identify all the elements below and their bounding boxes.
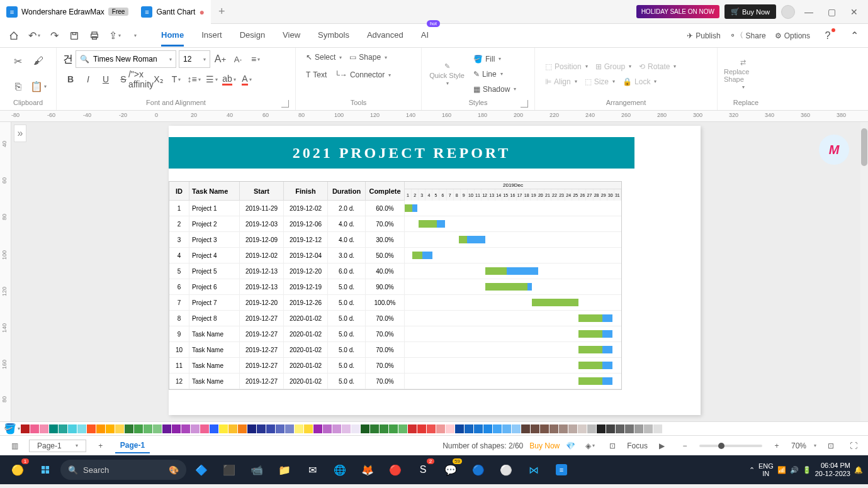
tb-app-2[interactable]: ⬛ xyxy=(217,457,242,482)
rotate-button[interactable]: ⟲Rotate▾ xyxy=(635,60,680,74)
tb-app-1[interactable]: 🔷 xyxy=(189,457,214,482)
pages-icon[interactable]: ▥ xyxy=(6,438,23,454)
align-button2[interactable]: ⊫Align▾ xyxy=(541,75,581,89)
gantt-row[interactable]: 2Project 22019-12-032019-12-064.0 d.70.0… xyxy=(169,216,621,232)
palette-swatch[interactable] xyxy=(474,424,483,433)
layers-button[interactable]: ◈▾ xyxy=(582,438,598,454)
zoom-slider[interactable] xyxy=(699,445,762,447)
gantt-row[interactable]: 1Project 12019-11-292019-12-022.0 d.60.0… xyxy=(169,201,621,216)
palette-swatch[interactable] xyxy=(389,424,398,433)
tb-mail[interactable]: ✉ xyxy=(300,457,325,482)
palette-swatch[interactable] xyxy=(446,424,454,433)
tab-symbols[interactable]: Symbols xyxy=(318,25,349,47)
format-painter-button[interactable]: 🖌 xyxy=(30,53,47,69)
tray-chevron-icon[interactable]: ⌃ xyxy=(749,466,755,474)
palette-swatch[interactable] xyxy=(332,424,341,433)
palette-swatch[interactable] xyxy=(540,424,549,433)
tab-advanced[interactable]: Advanced xyxy=(367,25,403,47)
palette-swatch[interactable] xyxy=(295,424,303,433)
palette-swatch[interactable] xyxy=(172,424,181,433)
tb-whatsapp[interactable]: 💬59 xyxy=(438,457,463,482)
save-button[interactable] xyxy=(65,27,83,45)
palette-swatch[interactable] xyxy=(578,424,587,433)
tb-chrome2[interactable]: 🔵 xyxy=(466,457,491,482)
underline-button[interactable]: U xyxy=(98,72,113,87)
tb-app-4[interactable]: ⚪ xyxy=(493,457,519,482)
palette-swatch[interactable] xyxy=(550,424,558,433)
decrease-font-button[interactable]: A- xyxy=(230,52,245,67)
diamond-icon[interactable]: 💎 xyxy=(566,441,575,450)
line-button[interactable]: ✎Line▾ xyxy=(470,67,520,81)
close-button[interactable]: ✕ xyxy=(845,3,863,21)
palette-swatch[interactable] xyxy=(398,424,407,433)
play-button[interactable]: ▶ xyxy=(654,438,670,454)
scroll-thumb[interactable] xyxy=(861,128,867,166)
palette-swatch[interactable] xyxy=(625,424,634,433)
tab-ai[interactable]: AIhot xyxy=(421,25,429,47)
palette-swatch[interactable] xyxy=(531,424,539,433)
fullscreen-button[interactable]: ⛶ xyxy=(845,438,862,454)
gantt-row[interactable]: 6Project 62019-12-132019-12-195.0 d.90.0… xyxy=(169,279,621,295)
gantt-row[interactable]: 9Task Name2019-12-272020-01-025.0 d.70.0… xyxy=(169,326,621,342)
palette-swatch[interactable] xyxy=(559,424,568,433)
app-tab[interactable]: ≡ Wondershare EdrawMax Free xyxy=(0,0,135,24)
doc-tab[interactable]: ≡ Gantt Chart ● xyxy=(135,0,211,24)
cut-button[interactable]: ✂ xyxy=(10,53,26,69)
buy-now-link[interactable]: Buy Now xyxy=(529,441,560,450)
fill-button[interactable]: 🪣Fill▾ xyxy=(470,52,520,66)
user-avatar[interactable] xyxy=(781,5,795,19)
palette-swatch[interactable] xyxy=(304,424,313,433)
list-button[interactable]: ☰▾ xyxy=(204,72,219,87)
palette-swatch[interactable] xyxy=(285,424,294,433)
select-tool[interactable]: ↖ Select▾ xyxy=(302,50,346,64)
palette-swatch[interactable] xyxy=(455,424,464,433)
focus-button[interactable]: ⊡ xyxy=(604,438,621,454)
tb-app-3[interactable]: 📹 xyxy=(244,457,269,482)
palette-swatch[interactable] xyxy=(427,424,436,433)
palette-swatch[interactable] xyxy=(87,424,96,433)
palette-swatch[interactable] xyxy=(96,424,105,433)
tb-edge[interactable]: 🌐 xyxy=(327,457,352,482)
tb-edraw[interactable]: ≡ xyxy=(549,457,574,482)
tb-explorer[interactable]: 📁 xyxy=(272,457,297,482)
palette-swatch[interactable] xyxy=(115,424,124,433)
gantt-row[interactable]: 12Task Name2019-12-272020-01-025.0 d.70.… xyxy=(169,374,621,389)
tb-firefox[interactable]: 🦊 xyxy=(355,457,380,482)
palette-swatch[interactable] xyxy=(30,424,39,433)
palette-swatch[interactable] xyxy=(59,424,67,433)
font-family-select[interactable]: 🔍Times New Roman▾ xyxy=(76,50,176,68)
italic-button[interactable]: I xyxy=(81,72,96,87)
tb-skype[interactable]: S2 xyxy=(410,457,436,482)
start-button[interactable] xyxy=(33,457,58,482)
tab-view[interactable]: View xyxy=(283,25,300,47)
shadow-button[interactable]: ▦Shadow▾ xyxy=(470,82,520,96)
palette-swatch[interactable] xyxy=(380,424,388,433)
palette-swatch[interactable] xyxy=(106,424,115,433)
palette-swatch[interactable] xyxy=(191,424,200,433)
increase-font-button[interactable]: A+ xyxy=(213,52,228,67)
palette-swatch[interactable] xyxy=(125,424,133,433)
palette-swatch[interactable] xyxy=(219,424,228,433)
palette-swatch[interactable] xyxy=(210,424,218,433)
palette-swatch[interactable] xyxy=(512,424,521,433)
panel-expand-button[interactable]: » xyxy=(14,125,26,142)
tab-home[interactable]: Home xyxy=(161,25,184,47)
page[interactable]: 2021 PROJECT REPORT ID Task Name Start F… xyxy=(169,126,701,415)
font-color-button[interactable]: A▾ xyxy=(239,72,254,87)
highlight-button[interactable]: ab▾ xyxy=(222,72,237,87)
quick-style-button[interactable]: ✎Quick Style▾ xyxy=(428,52,466,96)
palette-swatch[interactable] xyxy=(247,424,256,433)
zoom-out-button[interactable]: − xyxy=(677,438,693,454)
palette-swatch[interactable] xyxy=(502,424,511,433)
palette-swatch[interactable] xyxy=(436,424,445,433)
palette-swatch[interactable] xyxy=(483,424,492,433)
palette-swatch[interactable] xyxy=(228,424,237,433)
palette-swatch[interactable] xyxy=(40,424,48,433)
print-button[interactable] xyxy=(86,27,103,45)
palette-swatch[interactable] xyxy=(493,424,502,433)
palette-swatch[interactable] xyxy=(616,424,624,433)
report-title[interactable]: 2021 PROJECT REPORT xyxy=(169,137,634,169)
palette-swatch[interactable] xyxy=(351,424,360,433)
group-button[interactable]: ⊞Group▾ xyxy=(592,60,635,74)
palette-swatch[interactable] xyxy=(653,424,662,433)
